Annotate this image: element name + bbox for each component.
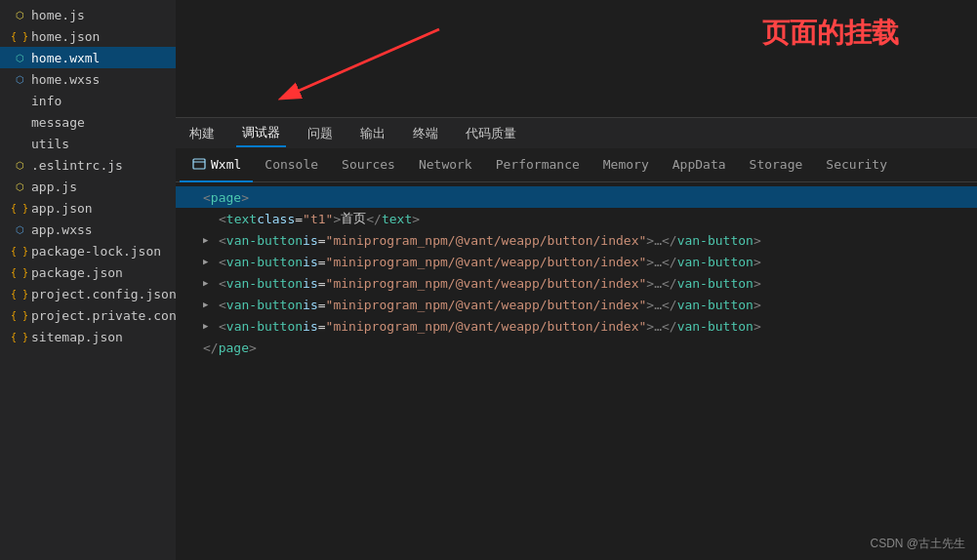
code-line-page-open[interactable]: <page> bbox=[176, 186, 977, 208]
sidebar-label: app.json bbox=[31, 201, 93, 216]
sidebar-item-home-wxml[interactable]: ⬡ home.wxml bbox=[0, 47, 176, 68]
json-icon: { } bbox=[12, 243, 27, 259]
tab-memory-label: Memory bbox=[603, 157, 649, 172]
sidebar-label: message bbox=[31, 115, 85, 130]
sidebar-item-message[interactable]: message bbox=[0, 111, 176, 133]
annotation-arrow bbox=[224, 10, 498, 117]
sidebar-label: package.json bbox=[31, 265, 123, 280]
folder-icon bbox=[12, 93, 27, 108]
code-line-van-btn-4[interactable]: ▶ <van-button is="miniprogram_npm/@vant/… bbox=[176, 294, 977, 315]
wxss-icon: ⬡ bbox=[12, 221, 27, 237]
sidebar-item-eslintrc[interactable]: ⬡ .eslintrc.js bbox=[0, 154, 176, 176]
expand-triangle[interactable]: ▶ bbox=[203, 278, 215, 288]
sidebar-item-home-json[interactable]: { } home.json bbox=[0, 25, 176, 47]
expand-triangle[interactable]: ▶ bbox=[203, 235, 215, 245]
tab-memory[interactable]: Memory bbox=[591, 148, 661, 182]
json-icon: { } bbox=[12, 307, 27, 323]
toolbar-build[interactable]: 构建 bbox=[183, 121, 221, 146]
code-line-text[interactable]: <text class="t1" > 首页 </text> bbox=[176, 208, 977, 229]
tab-storage-label: Storage bbox=[750, 157, 803, 172]
sidebar-item-package-json[interactable]: { } package.json bbox=[0, 261, 176, 283]
toolbar-debugger[interactable]: 调试器 bbox=[236, 120, 286, 147]
json-icon: { } bbox=[12, 264, 27, 280]
json-icon: { } bbox=[12, 329, 27, 344]
svg-rect-2 bbox=[193, 159, 205, 169]
sidebar-label: home.wxss bbox=[31, 72, 100, 87]
expand-triangle[interactable]: ▶ bbox=[203, 321, 215, 331]
tab-appdata[interactable]: AppData bbox=[661, 148, 738, 182]
code-line-van-btn-3[interactable]: ▶ <van-button is="miniprogram_npm/@vant/… bbox=[176, 272, 977, 294]
sidebar-label: .eslintrc.js bbox=[31, 158, 123, 173]
tab-security-label: Security bbox=[826, 157, 887, 172]
folder-icon bbox=[12, 136, 27, 151]
sidebar-item-project-private[interactable]: { } project.private.config.js... bbox=[0, 304, 176, 326]
tab-wxml[interactable]: Wxml bbox=[180, 148, 253, 182]
toolbar-output[interactable]: 输出 bbox=[354, 121, 391, 146]
sidebar-item-app-js[interactable]: ⬡ app.js bbox=[0, 176, 176, 197]
annotation-text: 页面的挂载 bbox=[762, 15, 899, 52]
sidebar-label: app.wxss bbox=[31, 222, 93, 237]
tab-network-label: Network bbox=[419, 157, 472, 172]
sidebar-item-home-js[interactable]: ⬡ home.js bbox=[0, 4, 176, 25]
code-line-van-btn-1[interactable]: ▶ <van-button is="miniprogram_npm/@vant/… bbox=[176, 229, 977, 251]
tab-storage[interactable]: Storage bbox=[738, 148, 815, 182]
tab-performance-label: Performance bbox=[496, 157, 580, 172]
code-line-van-btn-2[interactable]: ▶ <van-button is="miniprogram_npm/@vant/… bbox=[176, 251, 977, 272]
toolbar: 构建 调试器 问题 输出 终端 代码质量 bbox=[176, 117, 977, 148]
sidebar-label: project.private.config.js... bbox=[31, 308, 176, 323]
code-area: <page> <text class="t1" > 首页 </text> ▶ <… bbox=[176, 182, 977, 560]
sidebar-item-info[interactable]: info bbox=[0, 90, 176, 111]
code-wrapper: <page> <text class="t1" > 首页 </text> ▶ <… bbox=[176, 182, 977, 560]
sidebar: ⬡ home.js { } home.json ⬡ home.wxml ⬡ ho… bbox=[0, 0, 176, 560]
tab-performance[interactable]: Performance bbox=[484, 148, 591, 182]
sidebar-item-utils[interactable]: utils bbox=[0, 133, 176, 154]
wxml-icon: ⬡ bbox=[12, 50, 27, 65]
wxss-icon: ⬡ bbox=[12, 71, 27, 87]
sidebar-label: home.wxml bbox=[31, 51, 100, 65]
sidebar-label: app.js bbox=[31, 180, 77, 194]
sidebar-label: home.json bbox=[31, 29, 100, 44]
sidebar-item-sitemap[interactable]: { } sitemap.json bbox=[0, 326, 176, 347]
svg-line-1 bbox=[283, 29, 439, 98]
sidebar-item-app-wxss[interactable]: ⬡ app.wxss bbox=[0, 219, 176, 240]
toolbar-issues[interactable]: 问题 bbox=[302, 121, 339, 146]
tab-appdata-label: AppData bbox=[672, 157, 726, 172]
tab-network[interactable]: Network bbox=[407, 148, 484, 182]
sidebar-label: info bbox=[31, 94, 61, 108]
sidebar-label: sitemap.json bbox=[31, 330, 123, 344]
js-icon: ⬡ bbox=[12, 157, 27, 173]
sidebar-item-home-wxss[interactable]: ⬡ home.wxss bbox=[0, 68, 176, 90]
folder-icon bbox=[12, 114, 27, 130]
main-panel: 页面的挂载 构建 调试器 问题 输出 终端 代码质量 bbox=[176, 0, 977, 560]
json-icon: { } bbox=[12, 200, 27, 216]
devtools-tabs: Wxml Console Sources Network Performance… bbox=[176, 148, 977, 182]
sidebar-item-project-config[interactable]: { } project.config.json bbox=[0, 283, 176, 304]
sidebar-label: package-lock.json bbox=[31, 244, 161, 259]
toolbar-terminal[interactable]: 终端 bbox=[407, 121, 444, 146]
watermark: CSDN @古土先生 bbox=[870, 536, 965, 552]
code-line-van-btn-5[interactable]: ▶ <van-button is="miniprogram_npm/@vant/… bbox=[176, 315, 977, 337]
json-icon: { } bbox=[12, 28, 27, 44]
code-line-page-close[interactable]: </page> bbox=[176, 337, 977, 358]
expand-triangle[interactable]: ▶ bbox=[203, 300, 215, 309]
sidebar-item-app-json[interactable]: { } app.json bbox=[0, 197, 176, 219]
expand-triangle[interactable]: ▶ bbox=[203, 257, 215, 266]
tab-console[interactable]: Console bbox=[253, 148, 330, 182]
annotation-area: 页面的挂载 bbox=[176, 0, 977, 117]
sidebar-label: project.config.json bbox=[31, 287, 176, 301]
tab-sources[interactable]: Sources bbox=[330, 148, 407, 182]
tab-security[interactable]: Security bbox=[814, 148, 899, 182]
js-icon: ⬡ bbox=[12, 7, 27, 22]
sidebar-label: utils bbox=[31, 137, 69, 151]
tab-console-label: Console bbox=[265, 157, 318, 172]
toolbar-quality[interactable]: 代码质量 bbox=[460, 121, 522, 146]
tab-sources-label: Sources bbox=[342, 157, 395, 172]
tab-wxml-label: Wxml bbox=[211, 157, 241, 172]
wxml-tab-icon bbox=[191, 156, 207, 172]
json-icon: { } bbox=[12, 286, 27, 301]
js-icon: ⬡ bbox=[12, 179, 27, 194]
sidebar-label: home.js bbox=[31, 8, 85, 22]
sidebar-item-package-lock[interactable]: { } package-lock.json bbox=[0, 240, 176, 261]
